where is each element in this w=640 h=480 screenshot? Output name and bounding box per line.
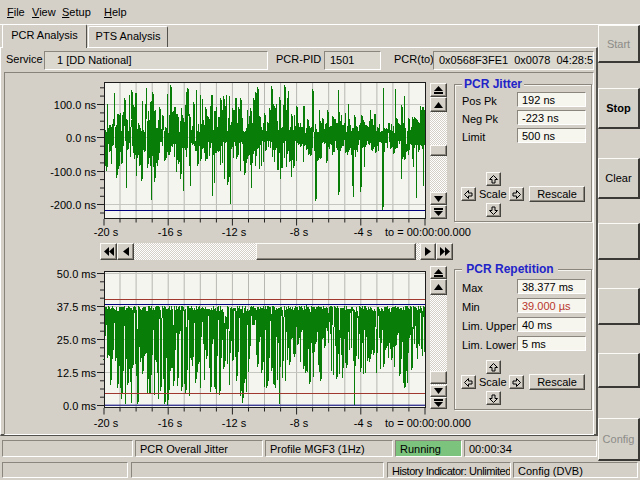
svg-text:100.0 ns: 100.0 ns [54, 99, 97, 111]
svg-text:-16 s: -16 s [158, 226, 183, 238]
svg-text:to = 00:00:00.000: to = 00:00:00.000 [385, 226, 471, 238]
svg-text:to = 00:00:00.000: to = 00:00:00.000 [385, 417, 471, 429]
svg-text:-12 s: -12 s [222, 226, 247, 238]
svg-text:-4 s: -4 s [354, 226, 373, 238]
svg-text:-8 s: -8 s [290, 417, 309, 429]
svg-text:0.0 ns: 0.0 ns [66, 132, 96, 144]
svg-text:-16 s: -16 s [158, 417, 183, 429]
svg-text:-100.0 ns: -100.0 ns [50, 166, 96, 178]
svg-text:25.0 ms: 25.0 ms [57, 334, 97, 346]
svg-text:37.5 ms: 37.5 ms [57, 301, 97, 313]
svg-text:-20 s: -20 s [94, 417, 119, 429]
svg-text:-200.0 ns: -200.0 ns [50, 199, 96, 211]
svg-text:0.0 ms: 0.0 ms [63, 400, 97, 412]
svg-text:-12 s: -12 s [222, 417, 247, 429]
svg-text:12.5 ms: 12.5 ms [57, 367, 97, 379]
svg-text:-8 s: -8 s [290, 226, 309, 238]
svg-text:-4 s: -4 s [354, 417, 373, 429]
svg-text:50.0 ms: 50.0 ms [57, 268, 97, 280]
svg-text:-20 s: -20 s [94, 226, 119, 238]
